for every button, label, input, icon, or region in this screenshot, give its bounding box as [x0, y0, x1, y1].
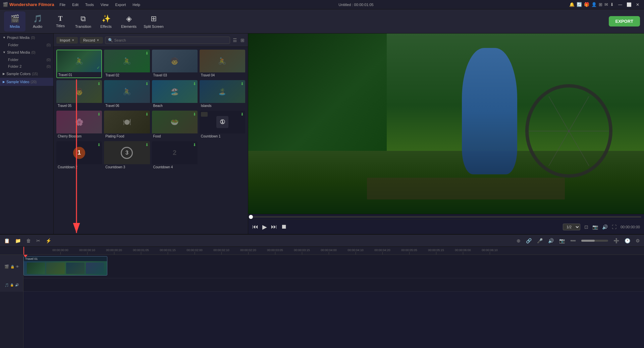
eye-icon[interactable]: 👁: [16, 265, 19, 269]
media-item-beach[interactable]: 🏖️ Beach ⬇: [152, 80, 198, 109]
countdown1-download-icon[interactable]: ⬇: [240, 112, 244, 117]
tray-notify[interactable]: 🔔: [569, 2, 575, 7]
cut-button[interactable]: ✂: [35, 237, 42, 244]
tray-update[interactable]: 🔄: [577, 2, 582, 7]
zoom-in-icon[interactable]: ➕: [612, 237, 621, 244]
countdown2-download-icon[interactable]: ⬇: [97, 142, 101, 147]
add-folder-button[interactable]: 📁: [14, 237, 22, 244]
tray-gift[interactable]: 🎁: [584, 2, 589, 7]
skip-end-button[interactable]: ⏭: [271, 223, 277, 230]
search-box[interactable]: 🔍: [105, 37, 230, 44]
travel05-download-icon[interactable]: ⬇: [97, 81, 101, 86]
voiceover-icon[interactable]: 🎤: [536, 237, 544, 244]
shared-folder-2[interactable]: Folder 2 (0): [0, 63, 53, 70]
clip-connect-icon[interactable]: 🔗: [525, 237, 533, 244]
audio-lock-icon[interactable]: 🔒: [10, 283, 14, 287]
progress-dot[interactable]: [249, 215, 253, 219]
toolbar-transition[interactable]: ⧉ Transition: [72, 11, 94, 32]
media-item-travel05[interactable]: 👨 Travel 05 ⬇: [56, 80, 102, 109]
media-item-travel04[interactable]: 🚴 Travel 04: [200, 50, 245, 78]
clock-icon[interactable]: 🕐: [623, 237, 632, 244]
menu-help[interactable]: Help: [130, 2, 143, 7]
media-item-travel03[interactable]: 🧒 Travel 03: [152, 50, 198, 78]
tray-download[interactable]: ⬇: [610, 2, 614, 7]
menu-view[interactable]: View: [98, 2, 111, 7]
media-item-islands[interactable]: 🏝️ Islands ⬇: [200, 80, 245, 109]
media-item-countdown1[interactable]: ① Countdown 1 ⬇: [200, 111, 245, 139]
quality-select[interactable]: 1/2 Full 1/4: [563, 224, 580, 230]
beach-download-icon[interactable]: ⬇: [193, 81, 196, 86]
video-progress-bar[interactable]: [251, 216, 641, 218]
minimize-button[interactable]: —: [616, 1, 624, 8]
media-item-countdown4[interactable]: 2 Countdown 4 ⬇: [152, 141, 198, 170]
video-clip-travel01[interactable]: Travel 01: [23, 256, 107, 276]
toolbar-elements[interactable]: ◈ Elements: [118, 11, 140, 32]
playhead[interactable]: [23, 247, 24, 254]
delete-button[interactable]: 🗑: [25, 237, 32, 244]
close-button[interactable]: ✕: [634, 1, 641, 8]
toolbar-titles[interactable]: T Titles: [50, 11, 71, 32]
countdown3-download-icon[interactable]: ⬇: [145, 142, 149, 147]
sample-colors-header[interactable]: ▶ Sample Colors (15): [0, 70, 53, 78]
media-item-plating-food[interactable]: 🍽️ Plating Food ⬇: [104, 111, 150, 139]
volume-icon[interactable]: 🔊: [602, 224, 608, 230]
food-download-icon[interactable]: ⬇: [193, 112, 196, 117]
add-media-button[interactable]: 📋: [3, 237, 11, 244]
media-item-cherry-blossom[interactable]: 🌸 Cherry Blossom ⬇: [56, 111, 102, 139]
camera-icon[interactable]: 📷: [558, 237, 566, 244]
settings-icon[interactable]: ⚙: [634, 237, 641, 244]
toolbar-effects[interactable]: ✨ Effects: [95, 11, 117, 32]
plating-food-download-icon[interactable]: ⬇: [145, 112, 149, 117]
toolbar-audio[interactable]: 🎵 Audio: [27, 11, 48, 32]
project-media-header[interactable]: ▼ Project Media (0): [0, 34, 53, 42]
preview-progress-bar[interactable]: [248, 214, 644, 219]
travel06-download-icon[interactable]: ⬇: [145, 81, 149, 86]
media-item-travel06[interactable]: 🚴 Travel 06 ⬇: [104, 80, 150, 109]
snapshot-icon[interactable]: 📷: [592, 224, 598, 230]
add-track-icon[interactable]: ⊕: [515, 237, 522, 244]
menu-edit[interactable]: Edit: [69, 2, 81, 7]
countdown4-download-icon[interactable]: ⬇: [193, 142, 196, 147]
search-input[interactable]: [114, 38, 227, 42]
filter-icon[interactable]: ☰: [232, 37, 238, 44]
media-item-food[interactable]: 🥗 Food ⬇: [152, 111, 198, 139]
split-button[interactable]: ⚡: [44, 237, 53, 244]
play-button[interactable]: ▶: [262, 223, 267, 231]
sample-video-header[interactable]: ▶ Sample Video (20): [0, 78, 53, 86]
shared-folder-1[interactable]: Folder (0): [0, 56, 53, 63]
speaker-icon[interactable]: 🔊: [547, 237, 555, 244]
toolbar-splitscreen[interactable]: ⊞ Split Screen: [141, 11, 166, 32]
shared-media-header[interactable]: ▼ Shared Media (0): [0, 48, 53, 56]
toolbar-media[interactable]: 🎬 Media: [4, 11, 25, 32]
record-button[interactable]: Record ▼: [80, 37, 103, 44]
media-item-countdown2[interactable]: 1 Countdown 2 ⬇: [56, 141, 102, 170]
maximize-button[interactable]: ⬜: [625, 1, 633, 8]
project-media-folder[interactable]: Folder (0): [0, 42, 53, 48]
media-item-countdown3[interactable]: 3 Countdown 3 ⬇: [104, 141, 150, 170]
video-track-content[interactable]: Travel 01: [23, 255, 644, 278]
media-item-travel01[interactable]: 🚴 Travel 01 ✓: [56, 50, 102, 78]
menu-export[interactable]: Export: [112, 2, 128, 7]
tray-mail[interactable]: ✉: [604, 2, 608, 7]
zoom-slider[interactable]: [581, 240, 608, 242]
tray-screen[interactable]: ⊞: [599, 2, 602, 7]
export-button[interactable]: EXPORT: [609, 16, 640, 26]
skip-start-button[interactable]: ⏮: [252, 223, 258, 230]
lock-icon[interactable]: 🔒: [10, 265, 14, 269]
islands-download-icon[interactable]: ⬇: [240, 81, 244, 86]
media-item-travel02[interactable]: 🚴 Travel 02 ⬇: [104, 50, 150, 78]
grid-view-icon[interactable]: ⊞: [240, 37, 245, 44]
timeline-scroll-area[interactable]: 00:00:00:00 00:00:00:10 00:00:00:20 00:0…: [23, 247, 644, 348]
fit-screen-icon[interactable]: ⊡: [584, 224, 588, 230]
import-button[interactable]: Import ▼: [56, 37, 78, 44]
zoom-out-icon[interactable]: ➖: [569, 237, 577, 244]
travel02-download-icon[interactable]: ⬇: [145, 51, 149, 56]
fullscreen-icon[interactable]: ⛶: [612, 224, 616, 230]
tray-user[interactable]: 👤: [591, 2, 597, 7]
audio-track-content[interactable]: [23, 278, 644, 291]
menu-file[interactable]: File: [57, 2, 68, 7]
cherry-blossom-download-icon[interactable]: ⬇: [97, 112, 101, 117]
stop-button[interactable]: ⏹: [281, 223, 287, 230]
menu-tools[interactable]: Tools: [83, 2, 97, 7]
audio-mute-icon[interactable]: 🔊: [15, 283, 19, 287]
